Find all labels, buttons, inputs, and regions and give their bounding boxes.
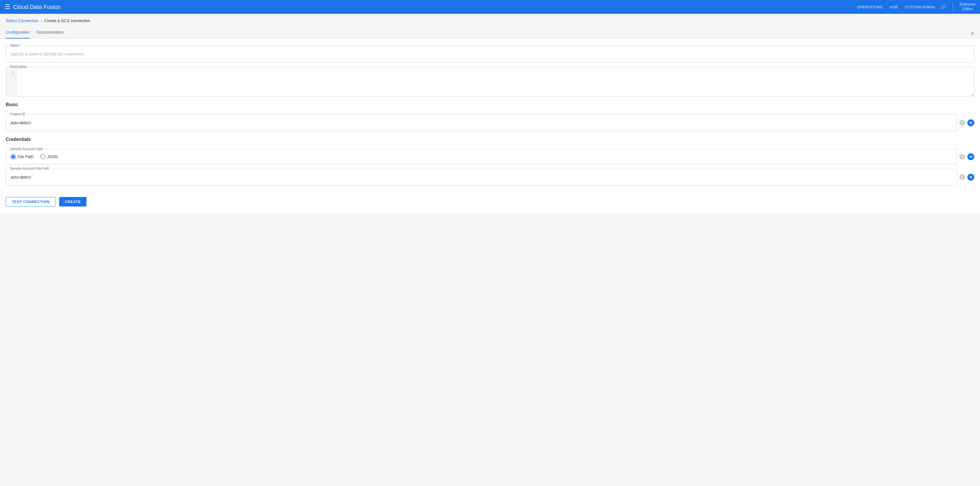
share-icon[interactable]: ⦾	[942, 4, 945, 10]
nav-system-admin[interactable]: SYSTEM ADMIN	[905, 5, 935, 9]
service-account-file-path-help-icon[interactable]: ?	[959, 174, 965, 180]
service-account-type-macro-icon[interactable]: M	[967, 153, 974, 160]
service-account-type-label: Service Account Type	[9, 147, 44, 151]
radio-group-service-account-type: File Path JSON	[11, 154, 952, 159]
service-account-file-path-label: Service Account File Path	[9, 167, 51, 170]
radio-file-path-label: File Path	[18, 155, 33, 159]
description-label: Description	[9, 65, 29, 69]
close-button[interactable]: ×	[971, 30, 974, 36]
line-numbers: 1	[6, 67, 16, 96]
project-id-macro-icon[interactable]: M	[967, 120, 974, 126]
radio-file-path-circle	[11, 154, 16, 159]
header-right: OPERATIONS HUB SYSTEM ADMIN ⦾ Enterprise…	[857, 2, 975, 11]
create-button[interactable]: CREATE	[59, 197, 86, 207]
service-account-type-help-icon[interactable]: ?	[959, 154, 965, 159]
main-content: Name * Description 1 Basic Project ID	[0, 39, 980, 214]
radio-json[interactable]: JSON	[40, 154, 58, 159]
project-id-row: Project ID ? M	[6, 115, 974, 131]
tab-configuration[interactable]: Configuration	[6, 27, 30, 38]
breadcrumb: Select Connection › Create a GCS connect…	[0, 14, 980, 27]
enterprise-edition-label: Enterprise Edition	[959, 2, 975, 11]
service-account-type-row: Service Account Type File Path JSON	[6, 149, 974, 164]
app-logo: Cloud Data Fusion	[13, 4, 61, 10]
header-divider	[952, 3, 953, 10]
name-label: Name *	[9, 43, 23, 48]
radio-json-circle	[40, 154, 45, 159]
name-field-group: Name *	[6, 46, 974, 62]
header-left: ☰ Cloud Data Fusion	[5, 3, 61, 11]
service-account-type-field-group: Service Account Type File Path JSON	[6, 149, 957, 164]
basic-section-heading: Basic	[6, 102, 974, 110]
menu-icon[interactable]: ☰	[5, 3, 10, 11]
breadcrumb-current-page: Create a GCS connection	[44, 18, 90, 23]
nav-hub[interactable]: HUB	[889, 5, 898, 9]
nav-operations[interactable]: OPERATIONS	[857, 5, 883, 9]
tab-documentation[interactable]: Documentation	[37, 27, 64, 38]
project-id-input[interactable]	[11, 120, 952, 126]
breadcrumb-select-connection[interactable]: Select Connection	[6, 18, 38, 23]
service-account-file-path-row: Service Account File Path ? M	[6, 169, 974, 185]
description-field-group: Description 1	[6, 67, 974, 96]
credentials-section-heading: Credentials	[6, 137, 974, 145]
app-header: ☰ Cloud Data Fusion OPERATIONS HUB SYSTE…	[0, 0, 980, 14]
tab-bar: Configuration Documentation	[0, 27, 980, 39]
name-input[interactable]	[11, 51, 969, 57]
project-id-help-icon[interactable]: ?	[959, 120, 965, 126]
description-input[interactable]	[16, 67, 974, 96]
service-account-file-path-input[interactable]	[11, 174, 952, 181]
radio-file-path[interactable]: File Path	[11, 154, 33, 159]
service-account-file-path-field-group: Service Account File Path	[6, 169, 957, 185]
action-buttons: TEST CONNECTION CREATE	[6, 193, 974, 207]
service-account-file-path-macro-icon[interactable]: M	[967, 174, 974, 181]
radio-json-label: JSON	[47, 155, 58, 159]
project-id-label: Project ID	[9, 112, 26, 116]
test-connection-button[interactable]: TEST CONNECTION	[6, 197, 56, 207]
breadcrumb-chevron: ›	[41, 18, 42, 23]
project-id-field-group: Project ID	[6, 115, 957, 131]
